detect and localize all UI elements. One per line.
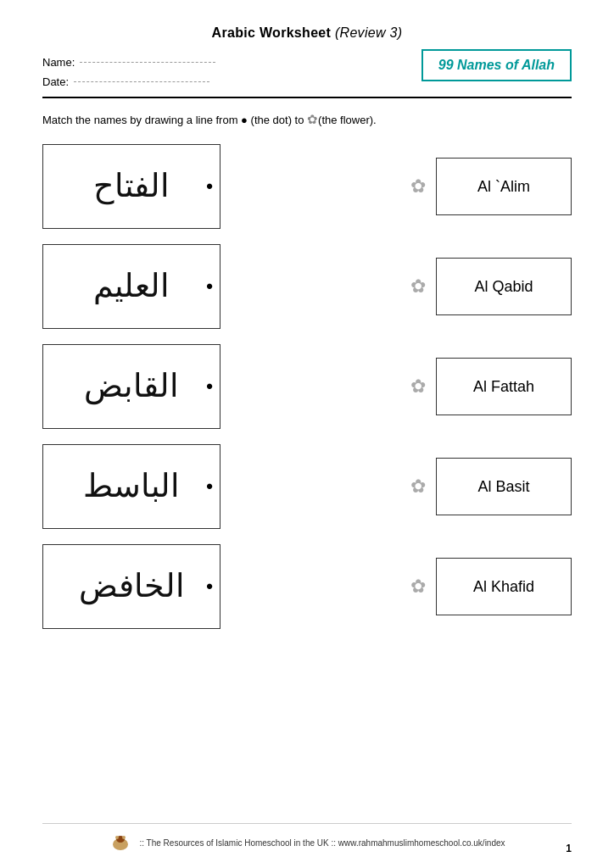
arabic-text: القابض	[84, 369, 179, 404]
english-text: Al Basit	[477, 478, 529, 496]
dot-bullet: •	[206, 175, 213, 198]
match-row: • القابض ✿ Al Fattah	[42, 344, 572, 429]
english-card: Al Fattah	[436, 358, 572, 415]
arabic-text: العليم	[93, 269, 170, 304]
flower-icon: ✿	[410, 376, 426, 398]
names-badge: 99 Names of Allah	[421, 49, 572, 81]
english-card: Al Qabid	[436, 258, 572, 315]
english-side: ✿ Al Fattah	[410, 358, 572, 415]
page-title: Arabic Worksheet (Review 3)	[42, 25, 572, 41]
svg-point-2	[115, 836, 119, 839]
arabic-side: • الفتاح	[42, 144, 220, 229]
english-text: Al Qabid	[474, 278, 533, 296]
date-label: Date:	[42, 75, 69, 88]
arabic-card: • الباسط	[42, 444, 220, 529]
dot-bullet: •	[206, 476, 213, 498]
dot-bullet: •	[206, 576, 213, 598]
footer-text: :: The Resources of Islamic Homeschool i…	[139, 838, 505, 848]
arabic-text: الخافض	[79, 569, 185, 604]
arabic-card: • الفتاح	[42, 144, 220, 229]
dot-bullet: •	[206, 376, 213, 398]
flower-icon: ✿	[410, 275, 426, 298]
arabic-side: • القابض	[42, 344, 220, 429]
arabic-card: • العليم	[42, 244, 220, 329]
english-side: ✿ Al Khafid	[410, 558, 572, 615]
english-card: Al Basit	[436, 458, 572, 515]
arabic-side: • الخافض	[42, 544, 220, 629]
footer: :: The Resources of Islamic Homeschool i…	[42, 823, 572, 854]
arabic-text: الفتاح	[93, 169, 170, 204]
svg-point-3	[122, 836, 126, 839]
arabic-text: الباسط	[83, 469, 180, 504]
flower-icon: ✿	[410, 175, 426, 198]
dot-bullet: •	[206, 275, 213, 298]
english-side: ✿ Al `Alim	[410, 158, 572, 215]
english-text: Al Khafid	[473, 578, 534, 596]
english-card: Al `Alim	[436, 158, 572, 215]
english-side: ✿ Al Basit	[410, 458, 572, 515]
flower-icon: ✿	[410, 576, 426, 598]
page-number: 1	[566, 843, 572, 854]
arabic-card: • الخافض	[42, 544, 220, 629]
english-text: Al Fattah	[473, 378, 534, 396]
name-input-line	[80, 62, 215, 63]
arabic-card: • القابض	[42, 344, 220, 429]
arabic-side: • العليم	[42, 244, 220, 329]
english-text: Al `Alim	[477, 178, 530, 196]
name-label: Name:	[42, 56, 75, 69]
match-row: • الخافض ✿ Al Khafid	[42, 544, 572, 629]
match-row: • الفتاح ✿ Al `Alim	[42, 144, 572, 229]
arabic-side: • الباسط	[42, 444, 220, 529]
divider	[42, 97, 572, 98]
english-card: Al Khafid	[436, 558, 572, 615]
flower-icon: ✿	[410, 476, 426, 498]
instruction-text: Match the names by drawing a line from ●…	[42, 112, 572, 127]
match-row: • الباسط ✿ Al Basit	[42, 444, 572, 529]
match-row: • العليم ✿ Al Qabid	[42, 244, 572, 329]
date-input-line	[74, 81, 209, 82]
match-rows: • الفتاح ✿ Al `Alim • العليم ✿ Al	[42, 144, 572, 629]
english-side: ✿ Al Qabid	[410, 258, 572, 315]
footer-logo	[109, 831, 132, 854]
